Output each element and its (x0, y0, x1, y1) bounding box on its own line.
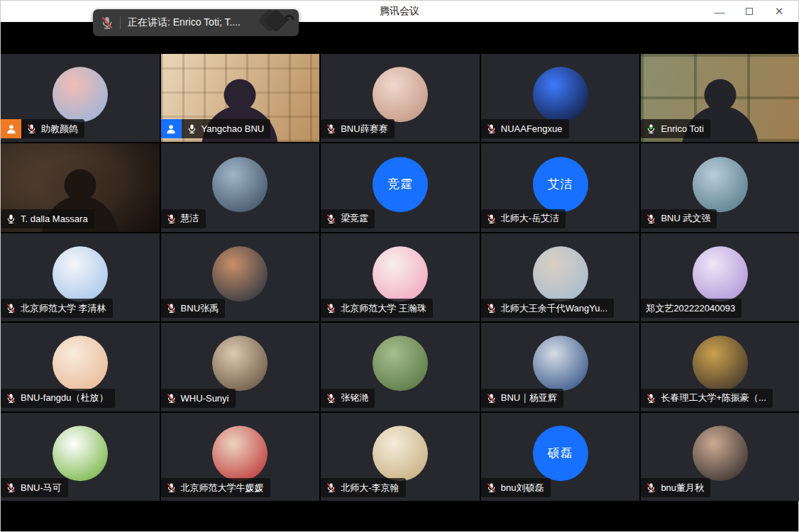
participant-tile[interactable]: WHU-Sunyi (161, 323, 320, 411)
mic-icon (6, 214, 16, 224)
participant-tile[interactable]: BNU-马可 (1, 413, 160, 501)
mic-icon (6, 482, 16, 493)
label-row: bnu刘硕磊 (481, 478, 551, 497)
mic-icon (326, 214, 336, 224)
mute-toggle-mic-icon[interactable] (100, 16, 114, 30)
mic-icon (486, 123, 497, 134)
name-label: BNU 武文强 (641, 209, 717, 228)
participant-name: 郑文艺202222040093 (646, 302, 735, 315)
participant-tile[interactable]: Enrico Toti (641, 54, 799, 142)
mic-icon (326, 123, 336, 134)
participant-tile[interactable]: T. dalla Massara (1, 143, 160, 231)
participant-name: 梁竞霆 (341, 212, 368, 225)
participant-grid: 助教颜鸽 (1, 54, 799, 501)
participant-tile[interactable]: 北师大-李京翰 (321, 413, 480, 501)
participant-tile[interactable]: BNU 武文强 (641, 143, 799, 231)
participant-name: BNU薛赛赛 (341, 123, 387, 135)
mic-icon (26, 123, 37, 134)
label-row: BNU-fangdu（杜放） (1, 389, 115, 408)
participant-tile[interactable]: 长春理工大学+陈振豪（... (641, 323, 799, 411)
mic-icon (646, 482, 656, 493)
participant-tile[interactable]: 艾洁 北师大-岳艾洁 (481, 143, 640, 231)
participant-tile[interactable]: bnu董月秋 (641, 413, 799, 501)
avatar-person-in-green-field (373, 336, 428, 392)
participant-tile[interactable]: BNU张禹 (161, 233, 320, 321)
name-label: BNU｜杨亚辉 (481, 389, 563, 408)
mic-icon (6, 393, 16, 404)
participant-name: bnu董月秋 (661, 482, 704, 494)
avatar-initials: 硕磊 (548, 445, 573, 462)
avatar-man-blue-shirt-portrait (533, 336, 588, 392)
participant-tile[interactable]: 北京师范大学 李清林 (1, 233, 160, 321)
mic-icon (166, 482, 177, 493)
mic-icon (486, 303, 497, 314)
participant-tile[interactable]: 竞霆 梁竞霆 (321, 143, 480, 231)
name-label: 梁竞霆 (321, 209, 375, 228)
mic-icon (166, 214, 177, 224)
label-row: bnu董月秋 (641, 478, 710, 497)
name-label: bnu董月秋 (641, 478, 710, 497)
participant-name: T. dalla Massara (21, 214, 88, 224)
meeting-content: 助教颜鸽 (1, 22, 798, 531)
label-row: 助教颜鸽 (1, 119, 84, 138)
mic-icon (166, 393, 177, 404)
name-label: BNU张禹 (161, 299, 225, 318)
name-label: 北京师范大学 王瀚珠 (321, 299, 433, 318)
participant-name: 张铭滟 (341, 392, 368, 404)
participant-name: BNU｜杨亚辉 (501, 392, 557, 404)
participant-tile[interactable]: Yangchao BNU (161, 54, 320, 142)
name-label: 北师大王余千代WangYu... (481, 299, 615, 318)
participant-tile[interactable]: 郑文艺202222040093 (641, 233, 799, 321)
participant-name: 北京师范大学牛媛媛 (181, 482, 264, 494)
name-label: 助教颜鸽 (21, 119, 84, 138)
avatar-giraffe-sketch (373, 426, 428, 481)
label-row: WHU-Sunyi (161, 389, 236, 408)
avatar: 艾洁 (533, 157, 588, 212)
name-label: T. dalla Massara (1, 209, 94, 228)
participant-tile[interactable]: 慧洁 (161, 143, 320, 231)
participant-tile[interactable]: NUAAFengxue (481, 54, 640, 142)
participant-tile[interactable]: 北京师范大学牛媛媛 (161, 413, 320, 501)
participant-name: Yangchao BNU (202, 123, 265, 134)
label-row: BNU-马可 (1, 478, 68, 497)
avatar: 硕磊 (533, 426, 588, 481)
name-label: 北京师范大学牛媛媛 (161, 478, 270, 497)
participant-name: 北师大-李京翰 (341, 482, 399, 494)
avatar-initials: 竞霆 (387, 176, 413, 192)
label-row: 慧洁 (161, 209, 206, 228)
avatar-pink-pig-cartoon (373, 246, 428, 301)
avatar-woman-artistic-portrait (693, 426, 748, 481)
label-row: 北京师范大学 王瀚珠 (321, 299, 433, 318)
participant-tile[interactable]: BNU薛赛赛 (321, 54, 480, 142)
name-label: 慧洁 (161, 209, 206, 228)
avatar-baby-face-cartoon (53, 336, 108, 392)
participant-tile[interactable]: 北京师范大学 王瀚珠 (321, 233, 480, 321)
avatar-cartoon-girl-blue-circle (533, 67, 588, 123)
participant-tile[interactable]: BNU｜杨亚辉 (481, 323, 640, 411)
mic-icon (187, 123, 197, 134)
speaking-banner[interactable]: 正在讲话: Enrico Toti; T.... ↶ (93, 9, 299, 36)
participant-tile[interactable]: 硕磊 bnu刘硕磊 (481, 413, 640, 501)
label-row: Yangchao BNU (161, 119, 271, 138)
name-label: 北师大-李京翰 (321, 478, 405, 497)
avatar-red-wedding-photo (212, 426, 268, 481)
maximize-button[interactable] (737, 1, 761, 21)
avatar-initials: 艾洁 (548, 176, 573, 192)
close-button[interactable]: ✕ (767, 1, 791, 21)
avatar-dark-gold-trophy (693, 336, 748, 392)
avatar-green-ogre-cartoon (53, 426, 108, 481)
label-row: NUAAFengxue (481, 119, 569, 138)
participant-tile[interactable]: 张铭滟 (321, 323, 480, 411)
name-label: 长春理工大学+陈振豪（... (641, 389, 772, 408)
label-row: BNU张禹 (161, 299, 225, 318)
minimize-button[interactable]: — (707, 1, 732, 21)
mic-icon (326, 482, 336, 493)
participant-tile[interactable]: 助教颜鸽 (1, 54, 160, 142)
participant-name: 长春理工大学+陈振豪（... (661, 392, 766, 404)
participant-tile[interactable]: 北师大王余千代WangYu... (481, 233, 640, 321)
name-label: NUAAFengxue (481, 119, 569, 138)
label-row: 北师大-岳艾洁 (481, 209, 566, 228)
participant-tile[interactable]: BNU-fangdu（杜放） (1, 323, 160, 411)
participant-name: Enrico Toti (661, 123, 703, 134)
participant-name: bnu刘硕磊 (501, 482, 544, 494)
